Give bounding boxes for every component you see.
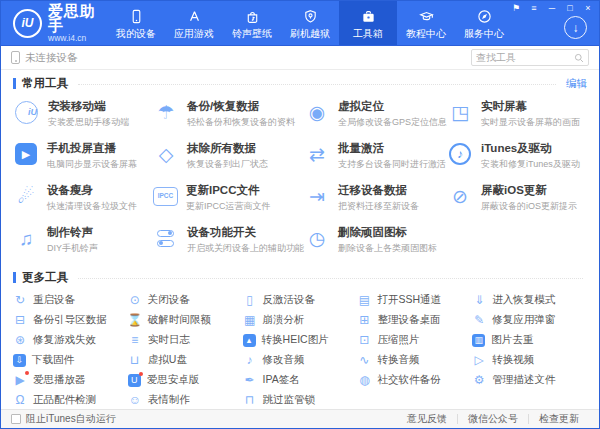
tool-open-ssh-tunnel[interactable]: ▤打开SSH通道 — [357, 290, 472, 310]
tool-remove-stubborn-icons[interactable]: ◷ 删除顽固图标删除设备上各类顽固图标 — [304, 222, 447, 264]
gear-icon: ⚙ — [472, 373, 486, 387]
power-icon: ⊙ — [128, 293, 142, 307]
toggle-switches-icon — [153, 225, 179, 251]
block-itunes-option[interactable]: 阻止iTunes自动运行 — [11, 412, 116, 426]
nav-item-ringtones-wallpapers[interactable]: 铃声壁纸 — [223, 1, 281, 45]
tool-enter-recovery-mode[interactable]: ⇓进入恢复模式 — [472, 290, 587, 310]
photo-icon: ⊡ — [357, 333, 371, 347]
tool-update-ipcc[interactable]: IPCC 更新IPCC文件更新IPCC运营商文件 — [153, 180, 304, 222]
notification-dot — [139, 372, 143, 376]
common-tools-header: 常用工具 编辑 — [13, 73, 587, 94]
tool-migrate-device-data[interactable]: ⇥ 迁移设备数据把资料迁移至新设备 — [304, 180, 447, 222]
image-dedupe-icon: ▥ — [472, 334, 485, 347]
tool-backup-restore[interactable]: ☂ 备份/恢复数据轻松备份和恢复设备的资料 — [153, 96, 304, 138]
tool-social-app-backup[interactable]: ◍社交软件备份 — [357, 370, 472, 390]
tool-virtual-location[interactable]: ◉ 虚拟定位全局修改设备GPS定位信息 — [304, 96, 447, 138]
minimize-button[interactable]: ─ — [547, 3, 557, 14]
tool-ringtone-maker[interactable]: ♫ 制作铃声DIY手机铃声 — [13, 222, 153, 264]
tool-fix-app-popup[interactable]: ✎修复应用弹窗 — [472, 310, 587, 330]
tool-backup-boot-data[interactable]: ⊟备份引导区数据 — [13, 310, 128, 330]
i4-logo-icon: iU — [15, 101, 38, 124]
tool-aisi-android[interactable]: U爱思安卓版 — [128, 370, 243, 390]
tool-compress-photos[interactable]: ⊡压缩照片 — [357, 330, 472, 350]
tool-manage-profiles[interactable]: ⚙管理描述文件 — [472, 370, 587, 390]
tool-live-screen[interactable]: ◳ 实时屏幕实时显示设备屏幕的画面 — [447, 96, 587, 138]
section-title-more: 更多工具 — [22, 270, 68, 285]
phone-outline-icon: ▯ — [243, 293, 257, 307]
notification-dot — [25, 371, 29, 375]
tool-genuine-accessory-check[interactable]: Ω正品配件检测 — [13, 390, 128, 409]
restart-icon: ↻ — [13, 293, 27, 307]
tool-convert-audio[interactable]: ∿转换音频 — [357, 350, 472, 370]
toolbox-content: 常用工具 编辑 iU 安装移动端安装爱思助手移动端 ☂ 备份/恢复数据轻松备份和… — [1, 70, 599, 409]
tool-screen-mirror-broadcast[interactable]: ▶ 手机投屏直播电脑同步显示设备屏幕 — [13, 138, 153, 180]
dotted-divider — [78, 278, 583, 279]
tool-emoji-maker[interactable]: ☺表情制作 — [128, 390, 243, 409]
menu-icon[interactable]: ≡ — [529, 3, 539, 14]
check-update-link[interactable]: 检查更新 — [529, 412, 589, 426]
search-input[interactable] — [476, 52, 574, 63]
block-itunes-checkbox[interactable] — [11, 414, 21, 424]
ringtone-bag-icon — [245, 9, 260, 24]
tool-restart-device[interactable]: ↻重启设备 — [13, 290, 128, 310]
usb-drive-icon: ⊔ — [128, 353, 142, 367]
edit-link[interactable]: 编辑 — [566, 77, 587, 91]
tool-block-ios-update[interactable]: ⊘ 屏蔽iOS更新屏蔽设备的iOS更新提示 — [447, 180, 587, 222]
tool-device-function-switch[interactable]: 设备功能开关开启或关闭设备上的辅助功能 — [153, 222, 304, 264]
nav-item-my-devices[interactable]: 我的设备 — [107, 1, 165, 45]
i4-logo-icon: iU — [13, 9, 42, 38]
close-button[interactable]: × — [583, 3, 593, 14]
window-controls: ⚑ ≡ ─ □ × — [511, 3, 593, 14]
compass-icon — [477, 9, 492, 24]
tool-install-mobile-client[interactable]: iU 安装移动端安装爱思助手移动端 — [13, 96, 153, 138]
tool-deactivate-device[interactable]: ▯反激活设备 — [243, 290, 358, 310]
wechat-account-link[interactable]: 微信公众号 — [458, 412, 528, 426]
tool-download-firmware[interactable]: ⇩下载固件 — [13, 350, 128, 370]
tool-organize-desktop[interactable]: ⊞整理设备桌面 — [357, 310, 472, 330]
tool-convert-video[interactable]: ▷转换视频 — [472, 350, 587, 370]
gamepad-icon: ⊛ — [13, 333, 27, 347]
pencil-doc-icon: ✎ — [472, 313, 486, 327]
tool-ipa-signing[interactable]: ✒IPA签名 — [243, 370, 358, 390]
social-backup-icon: ◍ — [357, 373, 371, 387]
feedback-link[interactable]: 意见反馈 — [397, 412, 457, 426]
tool-shutdown-device[interactable]: ⊙关闭设备 — [128, 290, 243, 310]
footer-links: 意见反馈 微信公众号 检查更新 — [397, 412, 589, 426]
tool-fix-game-invalid[interactable]: ⊛修复游戏失效 — [13, 330, 128, 350]
skin-icon[interactable]: ⚑ — [511, 3, 521, 14]
tool-crash-analysis[interactable]: ▦崩溃分析 — [243, 310, 358, 330]
image-convert-icon: ▴ — [243, 334, 256, 347]
hourglass-icon: ⌛ — [128, 313, 142, 327]
nav-item-service-center[interactable]: 服务中心 — [455, 1, 513, 45]
download-client-button[interactable]: ↓ — [564, 16, 587, 39]
batch-activate-icon: ⇄ — [304, 141, 330, 167]
status-bar: 阻止iTunes自动运行 意见反馈 微信公众号 检查更新 — [1, 409, 599, 428]
terminal-icon: ▤ — [357, 293, 371, 307]
umbrella-icon: ☂ — [153, 99, 179, 125]
tool-virtual-usb[interactable]: ⊔虚拟U盘 — [128, 350, 243, 370]
nav-item-flash-jailbreak[interactable]: 刷机越狱 — [281, 1, 339, 45]
search-icon[interactable] — [574, 49, 584, 67]
tool-edit-audio[interactable]: ♪修改音频 — [243, 350, 358, 370]
ringtone-bell-icon: ♫ — [13, 225, 39, 251]
tool-skip-mdm-lock[interactable]: ⊓跳过监管锁 — [243, 390, 358, 409]
nav-item-apps-games[interactable]: 应用游戏 — [165, 1, 223, 45]
tool-batch-activation[interactable]: ⇄ 批量激活支持多台设备同时进行激活 — [304, 138, 447, 180]
tool-itunes-driver[interactable]: ♪ iTunes及驱动安装和修复iTunes及驱动 — [447, 138, 587, 180]
nav-item-tutorials[interactable]: 教程中心 — [397, 1, 455, 45]
tool-dedupe-images[interactable]: ▥图片去重 — [472, 330, 587, 350]
tool-convert-heic[interactable]: ▴转换HEIC图片 — [243, 330, 358, 350]
tool-search[interactable] — [471, 49, 589, 66]
waveform-icon: ∿ — [357, 353, 371, 367]
smiley-icon: ☺ — [128, 393, 142, 407]
tool-device-slimming[interactable]: ☄ 设备瘦身快速清理设备垃圾文件 — [13, 180, 153, 222]
tool-realtime-log[interactable]: ≡实时日志 — [128, 330, 243, 350]
tool-aisi-player[interactable]: ▶爱思播放器 — [13, 370, 128, 390]
live-screen-icon: ◳ — [447, 99, 473, 125]
maximize-button[interactable]: □ — [565, 3, 575, 14]
nav-item-toolbox[interactable]: 工具箱 — [339, 1, 397, 45]
disk-icon: ⊟ — [13, 313, 27, 327]
broom-icon: ☄ — [13, 183, 39, 209]
tool-erase-all-data[interactable]: ◇ 抹除所有数据恢复设备到出厂状态 — [153, 138, 304, 180]
tool-crack-time-limit[interactable]: ⌛破解时间限额 — [128, 310, 243, 330]
